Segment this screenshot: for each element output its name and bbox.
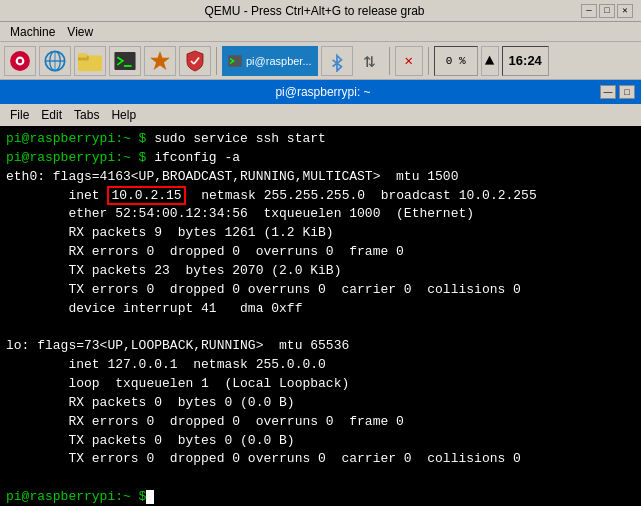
window-title: QEMU - Press Ctrl+Alt+G to release grab: [48, 4, 581, 18]
terminal-icon-btn[interactable]: [109, 46, 141, 76]
terminal-line-18: TX errors 0 dropped 0 overruns 0 carrier…: [6, 450, 635, 469]
maximize-button[interactable]: □: [599, 4, 615, 18]
globe-icon: [44, 50, 66, 72]
terminal-line-19: [6, 469, 635, 488]
bluetooth-icon-btn[interactable]: [321, 46, 353, 76]
machine-menu[interactable]: Machine: [4, 25, 61, 39]
terminal-line-11: [6, 318, 635, 337]
window-controls: — □ ✕: [581, 4, 633, 18]
terminal-window: pi@raspberrypi: ~ — □ File Edit Tabs Hel…: [0, 80, 641, 506]
separator-3: [428, 47, 429, 75]
separator-1: [216, 47, 217, 75]
app-menu: Machine View: [0, 22, 641, 42]
file-menu[interactable]: File: [4, 108, 35, 122]
cmd-1: sudo service ssh start: [146, 131, 325, 146]
prompt-2: pi@raspberrypi:~ $: [6, 150, 146, 165]
terminal-controls: — □: [600, 85, 635, 99]
burst-icon-btn[interactable]: [144, 46, 176, 76]
terminal-line-17: TX packets 0 bytes 0 (0.0 B): [6, 432, 635, 451]
svg-marker-12: [150, 51, 170, 70]
terminal-line-12: lo: flags=73<UP,LOOPBACK,RUNNING> mtu 65…: [6, 337, 635, 356]
disconnect-button[interactable]: ✕: [395, 46, 423, 76]
view-menu[interactable]: View: [61, 25, 99, 39]
prompt-final: pi@raspberrypi:~ $: [6, 489, 146, 504]
terminal-menu-bar: File Edit Tabs Help: [0, 104, 641, 126]
terminal-line-8: TX packets 23 bytes 2070 (2.0 KiB): [6, 262, 635, 281]
svg-rect-15: [228, 55, 241, 66]
terminal-title-bar: pi@raspberrypi: ~ — □: [0, 80, 641, 104]
tabs-menu[interactable]: Tabs: [68, 108, 105, 122]
terminal-line-5: ether 52:54:00.12:34:56 txqueuelen 1000 …: [6, 205, 635, 224]
title-bar: QEMU - Press Ctrl+Alt+G to release grab …: [0, 0, 641, 22]
minimize-button[interactable]: —: [581, 4, 597, 18]
cursor: [146, 490, 154, 504]
help-menu[interactable]: Help: [105, 108, 142, 122]
burst-icon: [149, 50, 171, 72]
terminal-line-2: pi@raspberrypi:~ $ ifconfig -a: [6, 149, 635, 168]
svg-rect-9: [78, 53, 87, 57]
terminal-icon: [114, 50, 136, 72]
clock-display: 16:24: [502, 46, 549, 76]
cmd-2: ifconfig -a: [146, 150, 240, 165]
edit-menu[interactable]: Edit: [35, 108, 68, 122]
folder-icon: [78, 50, 102, 72]
terminal-line-1: pi@raspberrypi:~ $ sudo service ssh star…: [6, 130, 635, 149]
pi-label: pi@raspber...: [222, 46, 318, 76]
shield-icon-btn[interactable]: [179, 46, 211, 76]
toolbar: pi@raspber... ⇅ ✕ 0 % ▲ 16:24: [0, 42, 641, 80]
svg-rect-10: [114, 52, 135, 70]
terminal-line-20: pi@raspberrypi:~ $: [6, 488, 635, 506]
volume-display: 0 %: [434, 46, 478, 76]
terminal-line-9: TX errors 0 dropped 0 overruns 0 carrier…: [6, 281, 635, 300]
terminal-line-7: RX errors 0 dropped 0 overruns 0 frame 0: [6, 243, 635, 262]
svg-point-2: [18, 58, 22, 62]
folder-icon-btn[interactable]: [74, 46, 106, 76]
terminal-line-14: loop txqueuelen 1 (Local Loopback): [6, 375, 635, 394]
terminal-small-icon: [228, 54, 242, 68]
terminal-line-15: RX packets 0 bytes 0 (0.0 B): [6, 394, 635, 413]
terminal-line-4: inet 10.0.2.15 netmask 255.255.255.0 bro…: [6, 187, 635, 206]
close-button[interactable]: ✕: [617, 4, 633, 18]
raspberry-icon-btn[interactable]: [4, 46, 36, 76]
terminal-line-13: inet 127.0.0.1 netmask 255.0.0.0: [6, 356, 635, 375]
raspberry-pi-icon: [9, 50, 31, 72]
terminal-title: pi@raspberrypi: ~: [46, 85, 600, 99]
terminal-line-10: device interrupt 41 dma 0xff: [6, 300, 635, 319]
terminal-minimize-btn[interactable]: —: [600, 85, 616, 99]
globe-icon-btn[interactable]: [39, 46, 71, 76]
shield-icon: [184, 50, 206, 72]
terminal-maximize-btn[interactable]: □: [619, 85, 635, 99]
separator-2: [389, 47, 390, 75]
prompt-1: pi@raspberrypi:~ $: [6, 131, 146, 146]
terminal-line-3: eth0: flags=4163<UP,BROADCAST,RUNNING,MU…: [6, 168, 635, 187]
ip-highlight: 10.0.2.15: [107, 186, 185, 205]
transfer-icon: ⇅: [356, 46, 384, 76]
terminal-body[interactable]: pi@raspberrypi:~ $ sudo service ssh star…: [0, 126, 641, 506]
bluetooth-icon: [329, 50, 345, 72]
terminal-line-16: RX errors 0 dropped 0 overruns 0 frame 0: [6, 413, 635, 432]
scroll-up-button[interactable]: ▲: [481, 46, 499, 76]
terminal-line-6: RX packets 9 bytes 1261 (1.2 KiB): [6, 224, 635, 243]
